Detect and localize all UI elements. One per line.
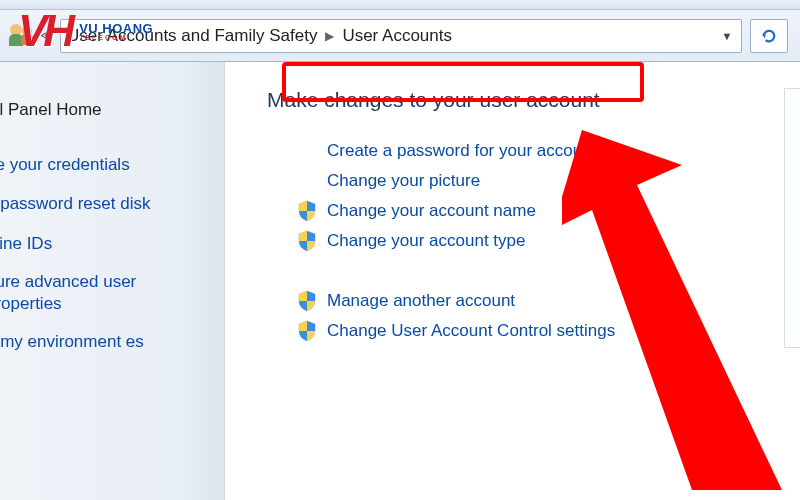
task-change-uac-settings[interactable]: Change User Account Control settings — [297, 316, 790, 346]
account-tile-edge — [784, 88, 800, 348]
uac-shield-icon — [297, 200, 317, 222]
task-label: Change your account type — [327, 231, 525, 251]
sidebar: ol Panel Home ge your credentials a pass… — [0, 62, 225, 500]
task-icon-placeholder — [297, 140, 317, 162]
history-chevron-icon[interactable]: ≪ — [40, 29, 52, 42]
task-list: Create a password for your account Chang… — [297, 136, 790, 346]
task-label: Change User Account Control settings — [327, 321, 615, 341]
task-icon-placeholder — [297, 170, 317, 192]
task-label: Change your picture — [327, 171, 480, 191]
breadcrumb-separator-icon[interactable]: ▶ — [325, 29, 334, 43]
sidebar-link-online-ids[interactable]: nline IDs — [0, 224, 224, 263]
task-label: Create a password for your account — [327, 141, 596, 161]
uac-shield-icon — [297, 290, 317, 312]
task-change-account-name[interactable]: Change your account name — [297, 196, 790, 226]
task-change-picture[interactable]: Change your picture — [297, 166, 790, 196]
sidebar-link-credentials[interactable]: ge your credentials — [0, 145, 224, 184]
uac-shield-icon — [297, 230, 317, 252]
control-panel-home-link[interactable]: ol Panel Home — [0, 92, 224, 145]
sidebar-link-advanced-user[interactable]: gure advanced user properties — [0, 263, 224, 323]
page-heading: Make changes to your user account — [267, 88, 790, 112]
breadcrumb-segment-parent[interactable]: User Accounts and Family Safety — [67, 26, 317, 46]
user-accounts-icon[interactable] — [8, 22, 36, 50]
task-change-account-type[interactable]: Change your account type — [297, 226, 790, 256]
breadcrumb[interactable]: User Accounts and Family Safety ▶ User A… — [60, 19, 742, 53]
sidebar-link-environment[interactable]: e my environment es — [0, 323, 224, 361]
sidebar-link-reset-disk[interactable]: a password reset disk — [0, 184, 224, 223]
address-bar: ≪ User Accounts and Family Safety ▶ User… — [0, 10, 800, 62]
task-label: Change your account name — [327, 201, 536, 221]
task-label: Manage another account — [327, 291, 515, 311]
refresh-button[interactable] — [750, 19, 788, 53]
content-area: ol Panel Home ge your credentials a pass… — [0, 62, 800, 500]
uac-shield-icon — [297, 320, 317, 342]
window-title-bar — [0, 0, 800, 10]
breadcrumb-dropdown-icon[interactable]: ▼ — [719, 28, 735, 44]
nav-icon-group: ≪ — [8, 22, 52, 50]
refresh-icon — [760, 27, 778, 45]
task-manage-another-account[interactable]: Manage another account — [297, 286, 790, 316]
main-panel: Make changes to your user account Create… — [225, 62, 800, 500]
breadcrumb-segment-current[interactable]: User Accounts — [342, 26, 452, 46]
task-create-password[interactable]: Create a password for your account — [297, 136, 790, 166]
